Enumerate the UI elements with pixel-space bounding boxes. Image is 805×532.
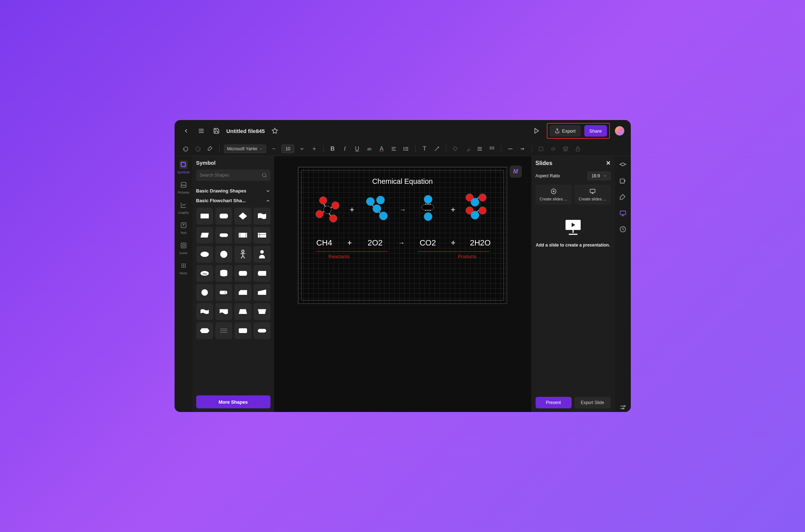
- line-spacing-button[interactable]: [401, 144, 411, 154]
- shape-search[interactable]: [196, 169, 270, 181]
- rr-slides[interactable]: [618, 209, 628, 218]
- format-painter-button[interactable]: [206, 144, 215, 154]
- eq-co2: CO2: [419, 238, 436, 248]
- rr-theme[interactable]: [618, 161, 628, 170]
- play-button[interactable]: [532, 126, 542, 136]
- shape-trap2[interactable]: [254, 303, 270, 320]
- shape-yes-ellipse[interactable]: Yes: [196, 265, 213, 282]
- shape-predefined[interactable]: [234, 227, 251, 244]
- molecule-row: + →: [311, 194, 494, 226]
- shape-rounded-rect2[interactable]: [234, 322, 251, 339]
- user-avatar[interactable]: [615, 126, 624, 136]
- underline-button[interactable]: U: [352, 144, 362, 154]
- svg-point-40: [201, 289, 208, 296]
- shape-ellipse[interactable]: [196, 246, 213, 263]
- font-increase-button[interactable]: +: [309, 144, 319, 154]
- grid-button[interactable]: [487, 144, 497, 154]
- align-button[interactable]: [389, 144, 399, 154]
- shape-rounded-rect[interactable]: [215, 208, 232, 225]
- canvas-area[interactable]: M Chemical Equation: [274, 156, 531, 412]
- rail-symbols[interactable]: Symbols: [176, 160, 191, 174]
- arrow-style-button[interactable]: [518, 144, 527, 154]
- redo-button[interactable]: [193, 144, 203, 154]
- rail-pictures[interactable]: Pictures: [176, 181, 191, 194]
- font-size-dropdown[interactable]: [297, 144, 307, 154]
- more-shapes-button[interactable]: More Shapes: [196, 395, 270, 408]
- shape-manual-input[interactable]: [254, 284, 270, 301]
- slides-panel-title: Slides: [536, 160, 553, 167]
- shape-pill[interactable]: [254, 322, 270, 339]
- molecule-o2: [362, 194, 391, 226]
- shape-hexagon[interactable]: [196, 322, 213, 339]
- shape-cylinder[interactable]: [215, 265, 232, 282]
- bold-button[interactable]: B: [328, 144, 337, 154]
- present-button[interactable]: Present: [536, 397, 572, 408]
- flip-button[interactable]: [549, 144, 558, 154]
- lines-button[interactable]: [475, 144, 484, 154]
- molecule-co2: [414, 194, 443, 226]
- shape-list[interactable]: [215, 322, 232, 339]
- lock-button[interactable]: [573, 144, 582, 154]
- shape-internal-storage[interactable]: [254, 227, 270, 244]
- svg-point-23: [262, 173, 265, 177]
- shape-search-input[interactable]: [200, 173, 262, 178]
- shape-person[interactable]: [254, 246, 270, 263]
- shape-rect[interactable]: [196, 208, 213, 225]
- shape-diamond[interactable]: [234, 208, 251, 225]
- strikethrough-button[interactable]: ab: [365, 144, 374, 154]
- menu-button[interactable]: [196, 126, 206, 136]
- shape-direct-data[interactable]: [234, 265, 251, 282]
- plus-op2: +: [451, 205, 456, 214]
- shape-card[interactable]: [234, 284, 251, 301]
- shape-terminator[interactable]: [215, 227, 232, 244]
- shape-actor[interactable]: [234, 246, 251, 263]
- star-button[interactable]: [270, 126, 280, 136]
- text-color-button[interactable]: A: [377, 144, 386, 154]
- create-slides-button-2[interactable]: Create slides ...: [575, 185, 611, 205]
- shape-stored-data[interactable]: [254, 265, 270, 282]
- shape-cylinder-h[interactable]: [215, 284, 232, 301]
- section-basic-drawing[interactable]: Basic Drawing Shapes: [196, 186, 270, 196]
- layer-button[interactable]: [561, 144, 570, 154]
- rr-style[interactable]: [618, 193, 628, 202]
- rail-text[interactable]: Text: [176, 221, 191, 235]
- rail-graphs[interactable]: Graphs: [176, 201, 191, 214]
- save-icon[interactable]: [211, 126, 221, 136]
- titlebar: Untitled file845 Export Share: [175, 120, 631, 142]
- connector-button[interactable]: [432, 144, 441, 154]
- rr-history[interactable]: [618, 225, 628, 234]
- italic-button[interactable]: I: [340, 144, 349, 154]
- shape-wave2[interactable]: [215, 303, 232, 320]
- svg-point-19: [185, 265, 186, 266]
- back-button[interactable]: [181, 126, 191, 136]
- shape-circle2[interactable]: [196, 284, 213, 301]
- line-style-button[interactable]: [506, 144, 515, 154]
- text-tool-button[interactable]: T: [420, 144, 429, 154]
- svg-rect-2: [493, 147, 494, 148]
- share-button[interactable]: Share: [584, 125, 607, 137]
- rr-add[interactable]: [618, 177, 628, 186]
- font-size-input[interactable]: 10: [281, 145, 294, 153]
- shape-flag[interactable]: [254, 208, 270, 225]
- undo-button[interactable]: [181, 144, 190, 154]
- font-select[interactable]: Microsoft YaHei: [224, 145, 267, 153]
- export-button[interactable]: Export: [550, 125, 581, 137]
- rr-settings[interactable]: [618, 403, 628, 412]
- shape-parallelogram[interactable]: [196, 227, 213, 244]
- aspect-ratio-select[interactable]: 16:9: [588, 172, 610, 180]
- shape-trap1[interactable]: [234, 303, 251, 320]
- fill-button[interactable]: [450, 144, 460, 154]
- font-decrease-button[interactable]: −: [269, 144, 278, 154]
- close-panel-button[interactable]: ✕: [606, 160, 611, 167]
- rail-icons[interactable]: Icons: [176, 241, 191, 255]
- slide-canvas[interactable]: Chemical Equation: [298, 167, 507, 304]
- shape-button[interactable]: [536, 144, 546, 154]
- export-slide-button[interactable]: Export Slide: [575, 397, 611, 408]
- highlight-button[interactable]: [463, 144, 472, 154]
- section-basic-flowchart[interactable]: Basic Flowchart Sha...: [196, 196, 270, 205]
- create-slides-button-1[interactable]: Create slides ...: [536, 185, 572, 205]
- filename[interactable]: Untitled file845: [226, 128, 265, 134]
- shape-wave1[interactable]: [196, 303, 213, 320]
- shape-circle[interactable]: [215, 246, 232, 263]
- rail-more[interactable]: More: [176, 261, 191, 275]
